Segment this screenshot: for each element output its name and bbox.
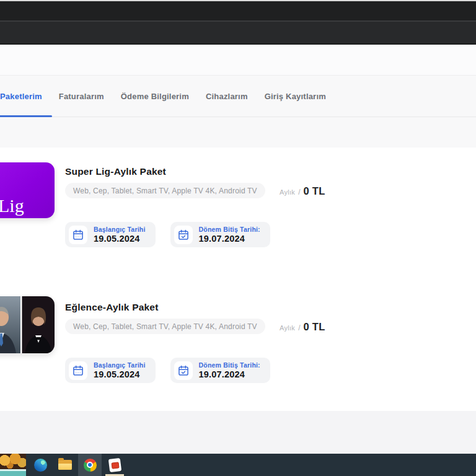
presentation-glyph: [108, 457, 121, 472]
calendar-check-icon: [174, 226, 193, 244]
end-date-box: Dönem Bitiş Tarihi: 19.07.2024: [170, 222, 270, 247]
file-explorer-icon[interactable]: [53, 454, 77, 476]
price-amount: 0 TL: [303, 185, 325, 197]
footer-band: [0, 411, 476, 454]
end-date-box: Dönem Bitiş Tarihi: 19.07.2024: [170, 358, 270, 383]
start-date-value: 19.05.2024: [94, 369, 146, 379]
tab-cihazlarim[interactable]: Cihazlarım: [206, 92, 248, 101]
start-date-value: 19.05.2024: [94, 234, 146, 244]
account-tabs: Paketlerim Faturalarım Ödeme Bilgilerim …: [0, 76, 476, 117]
start-date-box: Başlangıç Tarihi 19.05.2024: [65, 222, 156, 247]
chrome-logo: [84, 459, 97, 472]
end-date-value: 19.07.2024: [199, 369, 260, 379]
calendar-icon: [69, 361, 87, 380]
price-separator: /: [298, 188, 300, 196]
package-image-super-lig: Lig: [0, 162, 55, 218]
screen: Paketlerim Faturalarım Ödeme Bilgilerim …: [0, 0, 476, 476]
end-date-label: Dönem Bitiş Tarihi:: [199, 361, 260, 369]
presentation-app-icon[interactable]: [103, 454, 126, 476]
calendar-icon: [69, 226, 87, 244]
calendar-check-icon: [174, 361, 193, 380]
browser-address-bar[interactable]: [0, 20, 476, 45]
edge-logo: [34, 459, 47, 472]
tab-paketlerim[interactable]: Paketlerim: [0, 92, 42, 101]
start-date-label: Başlangıç Tarihi: [94, 226, 146, 233]
package-image-eglence: [0, 296, 55, 353]
package-dates: Başlangıç Tarihi 19.05.2024 Dönem Bitiş …: [65, 222, 270, 247]
start-date-label: Başlangıç Tarihi: [94, 361, 146, 369]
super-lig-logo-text: Lig: [0, 196, 24, 215]
active-tab-underline: [0, 115, 52, 117]
price-period-label: Aylık: [280, 188, 295, 196]
end-date-label: Dönem Bitiş Tarihi:: [199, 226, 260, 233]
end-date-value: 19.07.2024: [199, 234, 260, 244]
microsoft-edge-icon[interactable]: [29, 454, 52, 476]
package-dates: Başlangıç Tarihi 19.05.2024 Dönem Bitiş …: [65, 358, 270, 383]
price-separator: /: [298, 324, 300, 332]
package-title: Eğlence-Aylık Paket: [65, 302, 159, 313]
package-platforms-badge: Web, Cep, Tablet, Smart TV, Apple TV 4K,…: [65, 183, 265, 198]
desktop-wallpaper-sliver: [0, 454, 26, 476]
price-period-label: Aylık: [280, 324, 295, 332]
two-actors-photo: [0, 296, 55, 353]
windows-taskbar: [0, 454, 476, 476]
tab-faturalarim[interactable]: Faturalarım: [59, 92, 104, 101]
package-price: Aylık / 0 TL: [280, 321, 325, 333]
start-date-box: Başlangıç Tarihi 19.05.2024: [65, 358, 156, 383]
package-price: Aylık / 0 TL: [280, 185, 325, 197]
google-chrome-icon[interactable]: [78, 454, 102, 476]
folder-glyph: [58, 460, 72, 470]
package-platforms-badge: Web, Cep, Tablet, Smart TV, Apple TV 4K,…: [65, 319, 265, 334]
price-amount: 0 TL: [303, 321, 325, 333]
browser-tab-bar[interactable]: [0, 1, 476, 20]
tab-odeme-bilgilerim[interactable]: Ödeme Bilgilerim: [121, 92, 189, 101]
page-header-band: [0, 46, 476, 76]
package-title: Super Lig-Aylık Paket: [65, 166, 166, 177]
tab-giris-kayitlarim[interactable]: Giriş Kayıtlarım: [265, 92, 326, 101]
